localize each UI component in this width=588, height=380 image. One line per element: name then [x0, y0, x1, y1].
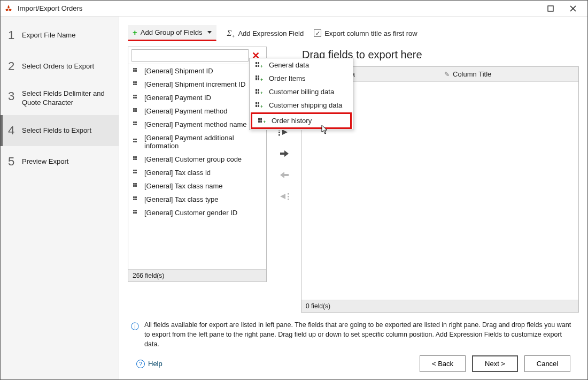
- move-all-left-icon[interactable]: [278, 192, 290, 201]
- field-row[interactable]: [General] Payment additional information: [128, 131, 266, 153]
- svg-rect-59: [278, 132, 280, 133]
- field-label: [General] Payment method name: [144, 120, 247, 128]
- field-row[interactable]: [General] Payment method name: [128, 118, 266, 131]
- add-expression-field-button[interactable]: Σ+ Add Expression Field: [222, 26, 308, 41]
- field-row[interactable]: [General] Customer group code: [128, 153, 266, 166]
- pencil-icon: ✎: [444, 71, 450, 78]
- svg-rect-11: [135, 83, 137, 85]
- wizard-steps-sidebar: 1 Export File Name 2 Select Orders to Ex…: [1, 17, 119, 379]
- svg-rect-13: [133, 95, 135, 96]
- titlebar: Import/Export Orders: [1, 1, 587, 17]
- svg-rect-21: [135, 110, 137, 112]
- svg-rect-41: [135, 172, 137, 173]
- help-label: Help: [148, 360, 163, 368]
- back-button[interactable]: < Back: [420, 355, 466, 372]
- field-row[interactable]: [General] Shipment increment ID: [128, 78, 266, 91]
- info-icon: ⓘ: [131, 321, 139, 349]
- add-group-dropdown-menu: +General data+Order Items+Customer billi…: [249, 58, 353, 130]
- group-menu-item[interactable]: +Order history: [251, 112, 352, 129]
- export-first-row-checkbox[interactable]: ✓: [314, 29, 321, 37]
- maximize-button[interactable]: [539, 1, 562, 16]
- step-number: 5: [8, 155, 22, 169]
- field-row[interactable]: [General] Tax class id: [128, 166, 266, 179]
- svg-rect-75: [258, 89, 259, 91]
- field-row[interactable]: [General] Shipment ID: [128, 64, 266, 78]
- step-preview[interactable]: 5 Preview Export: [1, 146, 119, 177]
- svg-rect-10: [133, 83, 135, 85]
- field-row[interactable]: [General] Payment method: [128, 104, 266, 118]
- info-panel: ⓘ All fields available for export are li…: [128, 313, 579, 349]
- svg-rect-80: [258, 102, 259, 104]
- help-link[interactable]: ? Help: [136, 360, 163, 368]
- field-label: [General] Shipment ID: [144, 67, 213, 75]
- svg-rect-51: [135, 199, 137, 200]
- column-title-header[interactable]: ✎ Column Title: [440, 67, 578, 81]
- svg-rect-24: [135, 121, 137, 123]
- group-menu-item[interactable]: +Customer billing data: [250, 85, 353, 98]
- move-left-icon[interactable]: [278, 170, 290, 180]
- svg-rect-61: [288, 193, 289, 195]
- help-icon: ?: [136, 360, 145, 368]
- svg-rect-44: [135, 183, 137, 185]
- field-row[interactable]: [General] Customer gender ID: [128, 206, 266, 219]
- group-menu-item[interactable]: +Order Items: [250, 72, 353, 85]
- svg-rect-76: [256, 92, 257, 94]
- field-label: [General] Payment ID: [144, 94, 211, 102]
- app-logo-icon: [4, 4, 13, 13]
- svg-rect-63: [288, 199, 289, 200]
- field-row[interactable]: [General] Tax class name: [128, 179, 266, 193]
- expression-icon: Σ+: [227, 29, 235, 38]
- move-right-icon[interactable]: [278, 149, 290, 158]
- footer: ? Help < Back Next > Cancel: [128, 349, 579, 379]
- field-icon: [133, 138, 140, 146]
- svg-rect-29: [135, 139, 137, 140]
- field-row[interactable]: [General] Tax class type: [128, 193, 266, 206]
- close-button[interactable]: [562, 1, 584, 16]
- next-button[interactable]: Next >: [472, 355, 518, 372]
- step-label: Select Fields to Export: [22, 126, 111, 135]
- svg-rect-46: [135, 185, 137, 187]
- svg-rect-81: [256, 105, 257, 107]
- add-group-label: Add Group of Fields: [141, 28, 203, 36]
- field-row[interactable]: [General] Payment ID: [128, 91, 266, 104]
- svg-rect-19: [135, 108, 137, 110]
- toolbar: + Add Group of Fields Σ+ Add Expression …: [128, 23, 579, 47]
- add-group-of-fields-button[interactable]: + Add Group of Fields: [128, 25, 216, 41]
- field-label: [General] Customer gender ID: [144, 209, 237, 217]
- group-menu-label: Customer shipping data: [269, 101, 342, 109]
- svg-rect-82: [258, 105, 259, 107]
- svg-rect-85: [260, 118, 262, 120]
- group-icon: +: [258, 117, 266, 125]
- field-count-status: 266 field(s): [128, 269, 266, 282]
- svg-rect-16: [135, 97, 137, 98]
- svg-rect-65: [258, 62, 259, 64]
- window-title: Import/Export Orders: [18, 4, 539, 12]
- group-menu-label: General data: [269, 61, 309, 69]
- step-export-file-name[interactable]: 1 Export File Name: [1, 20, 119, 51]
- group-icon: +: [255, 102, 264, 109]
- svg-rect-71: [256, 78, 257, 80]
- group-menu-item[interactable]: +Customer shipping data: [250, 98, 353, 112]
- svg-rect-66: [256, 65, 257, 67]
- field-list[interactable]: [General] Shipment ID[General] Shipment …: [128, 64, 266, 269]
- dialog-body: 1 Export File Name 2 Select Orders to Ex…: [1, 17, 587, 379]
- svg-rect-30: [133, 141, 135, 142]
- svg-rect-74: [256, 89, 257, 91]
- svg-rect-48: [133, 196, 135, 198]
- group-menu-item[interactable]: +General data: [250, 58, 353, 72]
- group-icon: +: [255, 62, 264, 69]
- search-input[interactable]: [131, 49, 249, 62]
- cancel-button[interactable]: Cancel: [524, 355, 570, 372]
- svg-rect-53: [133, 210, 135, 211]
- field-icon: [133, 121, 140, 128]
- step-select-fields[interactable]: 4 Select Fields to Export: [1, 115, 119, 146]
- svg-rect-79: [256, 102, 257, 104]
- step-label: Select Fields Delimiter and Quote Charac…: [22, 89, 111, 108]
- step-select-orders[interactable]: 2 Select Orders to Export: [1, 51, 119, 82]
- step-label: Export File Name: [22, 31, 111, 40]
- svg-rect-87: [260, 120, 262, 123]
- svg-text:+: +: [260, 104, 263, 109]
- svg-rect-34: [135, 156, 137, 158]
- svg-rect-77: [258, 92, 259, 94]
- step-delimiter[interactable]: 3 Select Fields Delimiter and Quote Char…: [1, 82, 119, 115]
